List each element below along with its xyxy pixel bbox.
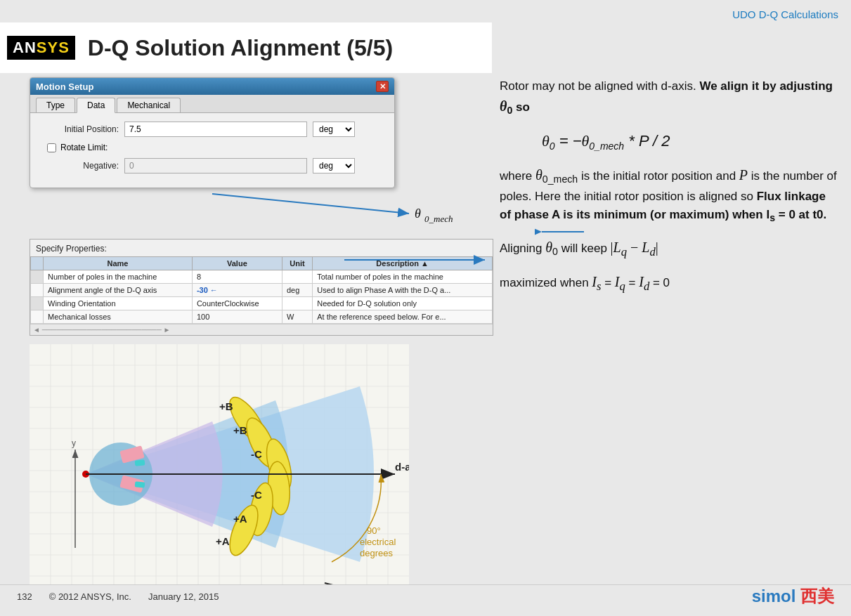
- negative-label: Negative:: [41, 161, 119, 171]
- col-num: [31, 257, 44, 270]
- rotate-limit-row: Rotate Limit:: [41, 143, 383, 152]
- svg-text:electrical: electrical: [360, 537, 396, 547]
- prop-desc: Needed for D-Q solution only: [313, 297, 493, 310]
- table-row: Winding Orientation CounterClockwise Nee…: [31, 297, 493, 310]
- prop-value: CounterClockwise: [192, 297, 282, 310]
- rotate-limit-label: Rotate Limit:: [60, 143, 108, 152]
- svg-text:0_mech: 0_mech: [424, 214, 453, 224]
- footer-page-num: 132: [17, 591, 32, 602]
- row-num: [31, 270, 44, 284]
- initial-position-input[interactable]: [124, 122, 307, 137]
- simol-chinese: 西美: [800, 587, 834, 605]
- negative-row: Negative: deg: [41, 158, 383, 173]
- initial-position-label: Initial Position:: [41, 124, 119, 134]
- svg-text:+B: +B: [233, 424, 247, 436]
- dialog-close-button[interactable]: ✕: [376, 81, 389, 92]
- svg-text:-C: -C: [251, 448, 262, 460]
- svg-text:d-axis: d-axis: [395, 461, 409, 473]
- prop-value: 8: [192, 270, 282, 284]
- motor-svg: +B +B -C -C +A +A y d-axis q-axis: [30, 344, 409, 604]
- svg-text:degrees: degrees: [360, 548, 393, 558]
- top-right-label: UDO D-Q Calculations: [732, 8, 838, 20]
- tab-mechanical[interactable]: Mechanical: [117, 98, 181, 112]
- simol-brand: simol 西美: [752, 585, 834, 608]
- footer: 132 © 2012 ANSYS, Inc. January 12, 2015 …: [0, 584, 851, 608]
- initial-position-row: Initial Position: deg: [41, 122, 383, 137]
- footer-copyright: © 2012 ANSYS, Inc.: [49, 591, 131, 602]
- motion-setup-dialog: Motion Setup ✕ Type Data Mechanical Init…: [30, 77, 395, 188]
- ansys-an: AN: [13, 39, 37, 57]
- page-title: D-Q Solution Alignment (5/5): [88, 35, 393, 61]
- row-num: [31, 310, 44, 324]
- prop-name: Winding Orientation: [44, 297, 193, 310]
- svg-text:+B: +B: [219, 400, 233, 412]
- prop-unit: W: [282, 310, 312, 324]
- dialog-titlebar: Motion Setup ✕: [30, 78, 394, 95]
- negative-unit-select[interactable]: deg: [313, 158, 355, 173]
- svg-text:y: y: [72, 438, 76, 448]
- motor-diagram: +B +B -C -C +A +A y d-axis q-axis: [30, 344, 409, 604]
- prop-unit: [282, 270, 312, 284]
- footer-left: 132 © 2012 ANSYS, Inc. January 12, 2015: [17, 591, 219, 602]
- prop-unit: [282, 297, 312, 310]
- rotate-limit-checkbox[interactable]: [47, 143, 56, 152]
- formula1: θ0 = −θ0_mech * P / 2: [542, 129, 837, 155]
- col-name: Name: [44, 257, 193, 270]
- prop-value: -30 ←: [192, 284, 282, 297]
- svg-text:90°: 90°: [367, 525, 381, 536]
- formula-arrow-left: [535, 218, 591, 246]
- right-panel: Rotor may not be aligned with d-axis. We…: [500, 77, 837, 305]
- svg-rect-37: [135, 459, 145, 466]
- ansys-logo: ANSYS: [7, 36, 75, 60]
- right-para1: Rotor may not be aligned with d-axis. We…: [500, 77, 837, 119]
- theta-arrow-svg: θ 0_mech: [30, 187, 444, 222]
- dialog-title: Motion Setup: [36, 81, 93, 92]
- initial-position-unit-select[interactable]: deg: [313, 122, 355, 137]
- tab-data[interactable]: Data: [77, 98, 115, 113]
- tab-type[interactable]: Type: [36, 98, 75, 112]
- footer-date: January 12, 2015: [148, 591, 219, 602]
- row-num: [31, 297, 44, 310]
- prop-desc: At the reference speed below. For e...: [313, 310, 493, 324]
- simol-text: simol: [752, 586, 796, 605]
- svg-line-1: [212, 194, 409, 214]
- svg-rect-38: [135, 481, 145, 487]
- left-panel: Motion Setup ✕ Type Data Mechanical Init…: [30, 77, 444, 347]
- prop-value: 100: [192, 310, 282, 324]
- prop-name: Alignment angle of the D-Q axis: [44, 284, 193, 297]
- svg-text:θ: θ: [415, 207, 421, 221]
- col-unit: Unit: [282, 257, 312, 270]
- dialog-tabs: Type Data Mechanical: [30, 95, 394, 113]
- col-value: Value: [192, 257, 282, 270]
- svg-text:-C: -C: [251, 489, 262, 501]
- prop-name: Mechanical losses: [44, 310, 193, 324]
- right-para4: maximized when Is = Iq = Id = 0: [500, 271, 837, 296]
- ansys-sys: SYS: [37, 39, 70, 57]
- prop-name: Number of poles in the machine: [44, 270, 193, 284]
- row-num: [31, 284, 44, 297]
- table-row: Mechanical losses 100 W At the reference…: [31, 310, 493, 324]
- header-bar: ANSYS D-Q Solution Alignment (5/5): [0, 22, 492, 73]
- negative-input[interactable]: [124, 158, 307, 173]
- dialog-body: Initial Position: deg Rotate Limit: Nega…: [30, 113, 394, 188]
- svg-text:+A: +A: [216, 535, 230, 547]
- svg-text:+A: +A: [233, 513, 247, 525]
- prop-unit: deg: [282, 284, 312, 297]
